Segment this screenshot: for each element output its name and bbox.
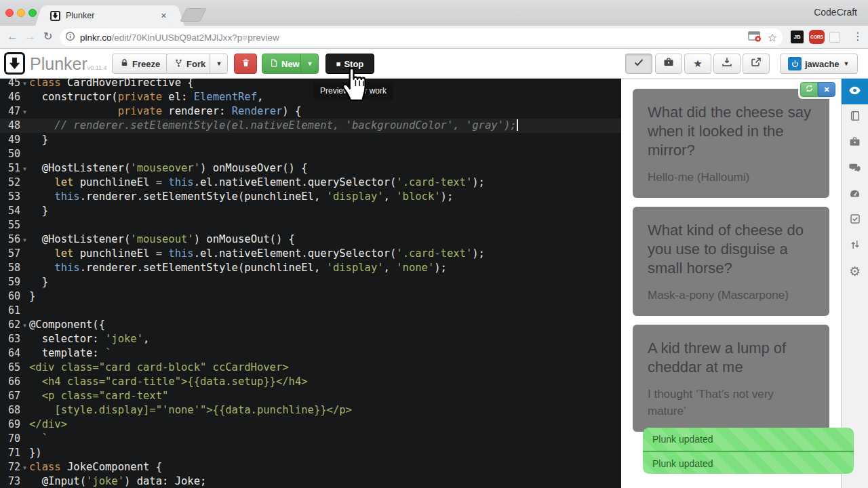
sidebar-item-repeat[interactable] [842, 233, 868, 259]
gutter-spacer [20, 133, 29, 147]
code-line[interactable]: 55 [0, 218, 621, 232]
code-line[interactable]: 53 this.renderer.setElementStyle(punchli… [0, 190, 621, 204]
code-line[interactable]: 60} [0, 289, 621, 304]
code-line[interactable]: 67 <p class="card-text" [0, 389, 621, 403]
back-icon[interactable]: ← [7, 28, 18, 45]
joke-card[interactable]: What did the cheese say when it looked i… [633, 89, 829, 198]
freeze-button[interactable]: Freeze [112, 54, 168, 74]
extension-blank-icon[interactable] [829, 32, 840, 43]
fold-arrow-icon[interactable]: ▼ [20, 460, 29, 474]
line-number: 72 [0, 460, 20, 474]
favorite-button[interactable]: ★ [684, 54, 711, 74]
reload-icon[interactable]: ↻ [43, 28, 52, 45]
code-line[interactable]: 72▼class JokeComponent { [0, 460, 621, 474]
code-line[interactable]: 58 this.renderer.setElementStyle(punchli… [0, 261, 621, 275]
browser-menu-icon[interactable]: ⋮ [852, 30, 863, 43]
line-number: 71 [0, 446, 20, 460]
user-menu-button[interactable]: jawache ▼ [780, 54, 858, 74]
gutter-spacer [20, 261, 29, 275]
code-text: }) [29, 446, 621, 460]
address-bar[interactable]: plnkr.co/edit/70KlnUUSbQ9at2MJlJxx?p=pre… [60, 28, 783, 46]
fold-arrow-icon[interactable]: ▼ [20, 104, 29, 119]
zoom-window-button[interactable] [28, 9, 37, 17]
bookmark-star-icon[interactable]: ☆ [768, 31, 777, 44]
code-text: <h4 class="card-title">{{data.setup}}</h… [29, 375, 621, 389]
code-line[interactable]: 66 <h4 class="card-title">{{data.setup}}… [0, 375, 621, 389]
extension-cors-icon[interactable]: CORS [809, 30, 825, 44]
download-button[interactable] [713, 54, 741, 74]
code-line[interactable]: 45▼class CardHoverDirective { [0, 79, 621, 90]
minimize-window-button[interactable] [17, 9, 25, 17]
code-line[interactable]: 56▼ @HostListener('mouseout') onMouseOut… [0, 232, 621, 247]
plunker-logo-icon[interactable] [4, 52, 25, 75]
new-file-icon [270, 58, 278, 70]
new-dropdown-button[interactable]: ▼ [300, 54, 319, 74]
fork-dropdown-button[interactable]: ▼ [210, 54, 228, 74]
joke-card[interactable]: A kid threw a lump of cheddar at meI tho… [633, 325, 829, 432]
tab-close-icon[interactable]: ✕ [158, 10, 170, 22]
open-external-button[interactable] [743, 54, 770, 74]
code-line[interactable]: 48 // renderer.setElementStyle(el.native… [0, 119, 621, 133]
code-line[interactable]: 51▼ @HostListener('mouseover') onMouseOv… [0, 161, 621, 176]
code-line[interactable]: 69</div> [0, 418, 621, 432]
line-number: 48 [0, 119, 20, 133]
close-window-button[interactable] [5, 9, 14, 17]
code-line[interactable]: 54 } [0, 204, 621, 218]
line-number: 65 [0, 361, 20, 375]
preview-refresh-button[interactable] [800, 82, 818, 97]
url-text[interactable]: plnkr.co/edit/70KlnUUSbQ9at2MJlJxx?p=pre… [80, 33, 748, 43]
code-line[interactable]: 49 } [0, 133, 621, 147]
sidebar-item-book[interactable] [842, 104, 868, 130]
code-line[interactable]: 62▼@Component({ [0, 318, 621, 332]
save-check-button[interactable] [625, 54, 652, 74]
new-tab-button[interactable] [180, 8, 207, 22]
line-number: 52 [0, 176, 20, 190]
fold-arrow-icon[interactable]: ▼ [20, 161, 29, 176]
sidebar-item-gauge[interactable] [842, 182, 868, 207]
code-editor[interactable]: 45▼class CardHoverDirective {46 construc… [0, 79, 621, 488]
panel-sidebar: ⚙ [841, 79, 868, 488]
code-line[interactable]: 61 [0, 304, 621, 318]
joke-card[interactable]: What kind of cheese do you use to disgui… [633, 207, 829, 316]
packages-button[interactable] [655, 54, 682, 74]
line-number: 69 [0, 418, 20, 432]
popup-blocked-icon[interactable] [748, 30, 762, 45]
sidebar-item-gear[interactable]: ⚙ [842, 259, 868, 285]
window-user-label: CodeCraft [814, 7, 857, 18]
card-text: Hello-me (Halloumi) [648, 169, 814, 186]
code-line[interactable]: 70 ` [0, 432, 621, 446]
code-line[interactable]: 59 } [0, 275, 621, 289]
code-line[interactable]: 47▼ private renderer: Renderer) { [0, 104, 621, 119]
gauge-icon [849, 188, 861, 202]
line-number: 53 [0, 190, 20, 204]
sidebar-item-eye[interactable] [842, 79, 868, 104]
delete-button[interactable] [234, 54, 257, 74]
code-line[interactable]: 68 [style.display]="'none'">{{data.punch… [0, 403, 621, 418]
fold-arrow-icon[interactable]: ▼ [20, 79, 29, 90]
gutter-spacer [20, 247, 29, 261]
code-line[interactable]: 57 let punchlineEl = this.el.nativeEleme… [0, 247, 621, 261]
code-line[interactable]: 73 @Input('joke') data: Joke; [0, 474, 621, 488]
code-line[interactable]: 65<div class="card card-block" ccCardHov… [0, 361, 621, 375]
code-line[interactable]: 64 template: ` [0, 346, 621, 361]
code-line[interactable]: 63 selector: 'joke', [0, 332, 621, 346]
code-line[interactable]: 46 constructor(private el: ElementRef, [0, 90, 621, 104]
code-line[interactable]: 50 [0, 147, 621, 161]
info-icon[interactable] [65, 31, 75, 44]
code-text: } [29, 204, 621, 218]
fold-arrow-icon[interactable]: ▼ [20, 232, 29, 247]
code-text: @HostListener('mouseout') onMouseOut() { [29, 232, 621, 247]
line-number: 63 [0, 332, 20, 346]
sidebar-item-tasks[interactable] [842, 207, 868, 233]
preview-close-button[interactable]: ✕ [818, 82, 835, 97]
code-line[interactable]: 71}) [0, 446, 621, 460]
fold-arrow-icon[interactable]: ▼ [20, 318, 29, 332]
sidebar-item-briefcase[interactable] [842, 130, 868, 156]
code-line[interactable]: 52 let punchlineEl = this.el.nativeEleme… [0, 176, 621, 190]
briefcase-icon [849, 136, 861, 150]
fork-button[interactable]: Fork [166, 54, 214, 74]
extension-jb-icon[interactable]: JB [791, 30, 804, 43]
sidebar-item-comments[interactable] [842, 156, 868, 182]
chevron-down-icon: ▼ [307, 60, 313, 67]
browser-tab[interactable]: Plunker ✕ [45, 5, 175, 26]
